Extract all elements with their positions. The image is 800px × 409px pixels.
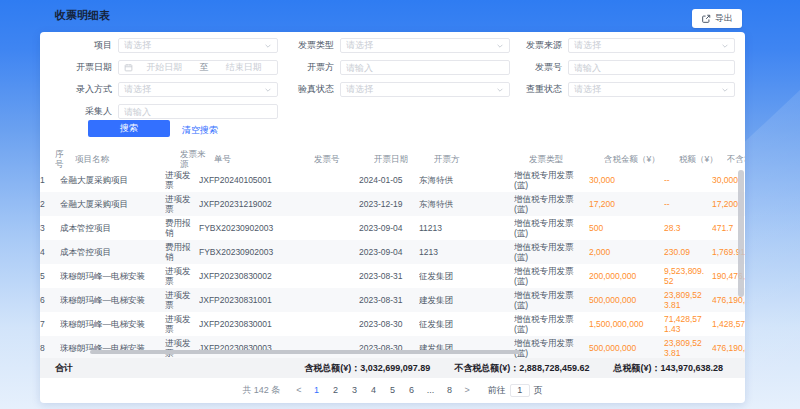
cell-order-no: JXFP20230830002 [199, 271, 299, 281]
entry-method-select[interactable]: 请选择 [118, 82, 278, 97]
cell-tax: 9,523,809.52 [664, 266, 712, 286]
verify-status-label: 验真状态 [267, 83, 340, 96]
search-button[interactable]: 搜索 [88, 120, 170, 137]
column-header: 含税金额（¥） [604, 154, 679, 164]
cell-issuer: 1213 [419, 247, 514, 257]
table-row[interactable]: 5 珠穆朗玛峰—电梯安装 进项发票 JXFP20230830002 2023-0… [40, 264, 745, 288]
entry-method-label: 录入方式 [45, 83, 118, 96]
summary-total-label: 合计 [55, 362, 73, 375]
column-header: 发票类型 [529, 154, 604, 164]
column-header: 开票日期 [374, 154, 434, 164]
goto-label: 前往 [488, 384, 506, 397]
cell-issuer: 东海特供 [419, 175, 514, 185]
cell-issuer: 建发集团 [419, 295, 514, 305]
page-number[interactable]: 3 [348, 385, 362, 395]
cell-project-name: 珠穆朗玛峰—电梯安装 [60, 271, 165, 281]
page-number[interactable]: 6 [405, 385, 419, 395]
summary-item-label: 总税额(¥)： [613, 363, 660, 373]
summary-item: 含税总额(¥)：3,032,699,097.89 [304, 362, 430, 375]
invoice-type-select[interactable]: 请选择 [340, 38, 510, 53]
cell-no: 1 [40, 175, 60, 185]
cell-invoice-source: 进项发票 [165, 266, 199, 286]
cell-invoice-type: 增值税专用发票(蓝) [514, 170, 589, 190]
cell-invoice-date: 2023-08-30 [359, 319, 419, 329]
invoice-source-select[interactable]: 请选择 [568, 38, 735, 53]
table-row[interactable]: 8 珠穆朗玛峰—电梯安装 进项发票 JXFP20230830003 2023-0… [40, 336, 745, 360]
export-button[interactable]: 导出 [692, 9, 742, 28]
cell-invoice-date: 2023-09-04 [359, 247, 419, 257]
cell-amount-incl-tax: 30,000 [589, 175, 664, 185]
cell-no: 5 [40, 271, 60, 281]
table-row[interactable]: 2 金融大厦采购项目 进项发票 JXFP20231219002 2023-12-… [40, 192, 745, 216]
cell-order-no: JXFP20230830001 [199, 319, 299, 329]
page-number[interactable]: 1 [310, 385, 324, 395]
table-row[interactable]: 7 珠穆朗玛峰—电梯安装 进项发票 JXFP20230830001 2023-0… [40, 312, 745, 336]
page-title: 收票明细表 [55, 8, 110, 23]
summary-item-label: 不含税总额(¥)： [454, 363, 519, 373]
page-number[interactable]: 8 [443, 385, 457, 395]
page-number[interactable]: 2 [329, 385, 343, 395]
vertical-scrollbar[interactable] [738, 170, 744, 297]
cell-no: 4 [40, 247, 60, 257]
next-page-button[interactable]: > [462, 385, 473, 395]
calendar-icon [124, 63, 133, 72]
clear-search-link[interactable]: 清空搜索 [182, 124, 218, 137]
summary-item-value: 143,970,638.28 [660, 363, 723, 373]
table-row[interactable]: 1 金融大厦采购项目 进项发票 JXFP20240105001 2024-01-… [40, 168, 745, 192]
cell-order-no: JXFP20231219002 [199, 199, 299, 209]
dup-status-select[interactable]: 请选择 [568, 82, 735, 97]
cell-invoice-source: 费用报销 [165, 218, 199, 238]
collector-input[interactable] [124, 107, 272, 117]
cell-invoice-type: 增值税专用发票(蓝) [514, 290, 589, 310]
dup-status-label: 查重状态 [495, 83, 568, 96]
cell-amount-incl-tax: 2,000 [589, 247, 664, 257]
cell-no: 2 [40, 199, 60, 209]
cell-no: 3 [40, 223, 60, 233]
table-row[interactable]: 4 成本管控项目 费用报销 FYBX20230902003 2023-09-04… [40, 240, 745, 264]
invoice-no-label: 发票号 [495, 61, 568, 74]
verify-status-select[interactable]: 请选择 [340, 82, 510, 97]
table-row[interactable]: 3 成本管控项目 费用报销 FYBX20230902003 2023-09-04… [40, 216, 745, 240]
cell-issuer: 东海特供 [419, 199, 514, 209]
cell-amount-excl-tax: 476,190,476.19 [712, 343, 745, 353]
column-header: 发票号 [314, 154, 374, 164]
page-number[interactable]: 4 [367, 385, 381, 395]
cell-invoice-date: 2023-08-31 [359, 271, 419, 281]
cell-amount-incl-tax: 200,000,000 [589, 271, 664, 281]
cell-invoice-source: 进项发票 [165, 194, 199, 214]
page-number[interactable]: 5 [386, 385, 400, 395]
cell-order-no: FYBX20230902003 [199, 247, 299, 257]
table-header-row: 序号项目名称发票来源单号发票号开票日期开票方发票类型含税金额（¥）税额（¥）不含… [40, 150, 745, 168]
goto-page-input[interactable] [510, 384, 530, 397]
page-list: 123456...8 [310, 385, 457, 395]
invoice-table: 序号项目名称发票来源单号发票号开票日期开票方发票类型含税金额（¥）税额（¥）不含… [40, 150, 745, 360]
prev-page-button[interactable]: < [293, 385, 304, 395]
cell-amount-incl-tax: 17,200 [589, 199, 664, 209]
cell-invoice-type: 增值税专用发票(蓝) [514, 194, 589, 214]
invoice-date-range[interactable]: 开始日期 至 结束日期 [118, 60, 278, 75]
issuer-input[interactable] [346, 63, 504, 73]
cell-invoice-date: 2023-12-19 [359, 199, 419, 209]
date-end-placeholder: 结束日期 [216, 61, 273, 74]
column-header: 税额（¥） [679, 154, 727, 164]
table-body: 1 金融大厦采购项目 进项发票 JXFP20240105001 2024-01-… [40, 168, 745, 360]
export-icon [701, 14, 711, 24]
cell-invoice-source: 进项发票 [165, 170, 199, 190]
cell-invoice-type: 增值税专用发票(蓝) [514, 338, 589, 358]
cell-project-name: 成本管控项目 [60, 223, 165, 233]
cell-no: 8 [40, 343, 60, 353]
cell-amount-incl-tax: 500 [589, 223, 664, 233]
invoice-no-input[interactable] [574, 63, 729, 73]
horizontal-scrollbar[interactable] [90, 350, 520, 354]
project-select[interactable]: 请选择 [118, 38, 278, 53]
table-row[interactable]: 6 珠穆朗玛峰—电梯安装 进项发票 JXFP20230831001 2023-0… [40, 288, 745, 312]
summary-items: 含税总额(¥)：3,032,699,097.89 不含税总额(¥)：2,888,… [280, 362, 723, 375]
project-placeholder: 请选择 [124, 39, 261, 52]
cell-project-name: 珠穆朗玛峰—电梯安装 [60, 295, 165, 305]
cell-project-name: 金融大厦采购项目 [60, 199, 165, 209]
cell-tax: 28.3 [664, 223, 712, 233]
cell-project-name: 珠穆朗玛峰—电梯安装 [60, 319, 165, 329]
cell-issuer: 11213 [419, 223, 514, 233]
page-number[interactable]: ... [424, 385, 438, 395]
cell-amount-incl-tax: 1,500,000,000 [589, 319, 664, 329]
